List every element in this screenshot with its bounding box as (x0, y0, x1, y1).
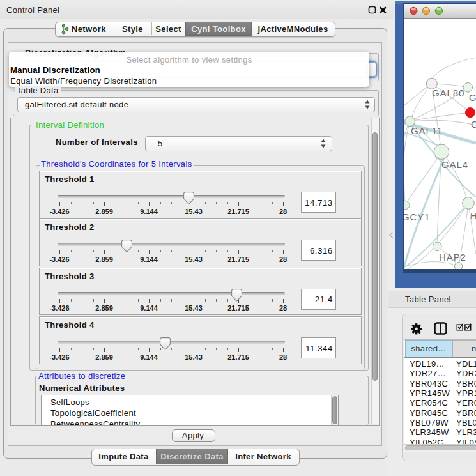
svg-text:GA: GA (469, 92, 476, 103)
svg-text:H: H (470, 210, 476, 221)
svg-text:HAP2: HAP2 (439, 252, 466, 263)
svg-text:C: C (471, 119, 476, 130)
svg-text:GAL80: GAL80 (432, 88, 464, 98)
svg-text:GAL4: GAL4 (441, 159, 468, 170)
svg-text:GCY1: GCY1 (404, 211, 430, 222)
svg-text:GAL11: GAL11 (411, 125, 443, 136)
